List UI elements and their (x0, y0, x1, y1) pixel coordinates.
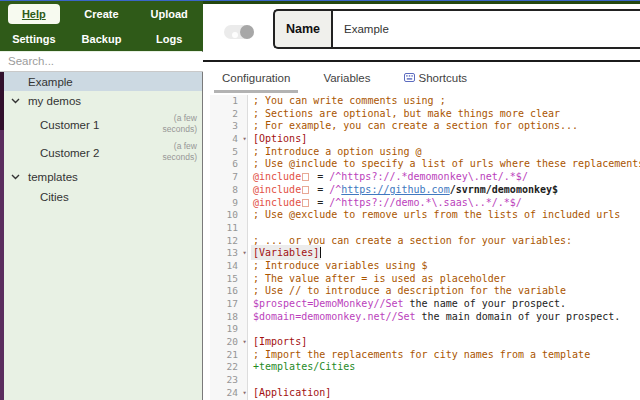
chevron-down-icon[interactable] (11, 174, 20, 180)
main-panel: Name ConfigurationVariablesShortcuts 1; … (203, 0, 640, 400)
code-token: [Variables] (253, 247, 319, 258)
line-number: 24 (210, 387, 240, 400)
code-token: the main domain of your prospect. (416, 311, 621, 322)
tab-configuration[interactable]: Configuration (220, 66, 292, 93)
code-token: ; Introduce variables using $ (253, 260, 428, 271)
fold-gutter (240, 108, 249, 121)
code-token: $prospect=DemoMonkey//Set (253, 298, 404, 309)
tree-item-label: Cities (0, 191, 69, 203)
enable-toggle-knob[interactable] (240, 25, 254, 39)
line-number: 7 (210, 171, 240, 184)
last-modified-badge: (a fewseconds) (163, 141, 198, 163)
sidebar: Examplemy demosCustomer 1(a fewseconds)C… (0, 51, 203, 400)
code-line: 24▾[Application] (210, 387, 640, 400)
code-token: ; Introduce a option using @ (253, 146, 422, 157)
last-modified-badge: (a fewseconds) (163, 113, 198, 135)
code-token: /^https?://.*demomonkey\.net/.*$/ (329, 171, 528, 182)
tab-variables[interactable]: Variables (321, 66, 372, 93)
fold-gutter (240, 95, 249, 108)
fold-gutter (240, 298, 249, 311)
line-number: 20 (210, 336, 240, 349)
fold-marker-icon[interactable]: ▾ (240, 387, 249, 400)
tab-bar: ConfigurationVariablesShortcuts (203, 64, 640, 94)
code-text: ; ... or you can create a section for yo… (249, 235, 572, 248)
nav-button-logs[interactable]: Logs (146, 29, 192, 49)
line-number: 15 (210, 273, 240, 286)
name-input[interactable] (331, 9, 640, 49)
fold-gutter (240, 323, 249, 336)
code-text: $prospect=DemoMonkey//Set the name of yo… (249, 298, 566, 311)
code-line: 10; Use @exclude to remove urls from the… (210, 209, 640, 222)
line-number: 16 (210, 285, 240, 298)
fold-marker-icon[interactable]: ▾ (240, 336, 249, 349)
nav-button-settings[interactable]: Settings (2, 29, 65, 49)
code-line: 11 (210, 222, 640, 235)
code-text: [Application] (249, 387, 331, 400)
tree-item-customer-2[interactable]: Customer 2(a fewseconds) (0, 139, 202, 167)
code-line: 21; Import the replacements for city nam… (210, 349, 640, 362)
code-editor[interactable]: 1; You can write comments using ;2; Sect… (210, 95, 640, 400)
fold-gutter (240, 158, 249, 171)
line-number: 21 (210, 349, 240, 362)
chevron-down-icon[interactable] (11, 98, 20, 104)
code-token: [Imports] (253, 336, 307, 347)
nav-button-upload[interactable]: Upload (141, 4, 198, 24)
code-text: [Options] (249, 133, 307, 146)
fold-gutter (240, 311, 249, 324)
code-text: ; Introduce variables using $ (249, 260, 428, 273)
nav-button-help[interactable]: Help (8, 4, 60, 24)
code-line: 17$prospect=DemoMonkey//Set the name of … (210, 298, 640, 311)
tree-item-customer-1[interactable]: Customer 1(a fewseconds) (0, 111, 202, 139)
code-line: 14; Introduce variables using $ (210, 260, 640, 273)
line-number: 22 (210, 361, 240, 374)
fold-gutter (240, 260, 249, 273)
code-text: ; For example, you can create a section … (249, 120, 578, 133)
sidebar-scrollbar-thumb[interactable] (0, 72, 4, 130)
array-option-box-icon (302, 186, 309, 194)
sidebar-scrollbar[interactable] (0, 72, 4, 400)
fold-marker-icon[interactable]: ▾ (240, 247, 249, 260)
fold-gutter (240, 209, 249, 222)
line-number: 14 (210, 260, 240, 273)
code-token: ; ... or you can create a section for yo… (253, 235, 572, 246)
code-token: /^ (329, 184, 341, 195)
array-option-box-icon (302, 173, 309, 181)
fold-marker-icon[interactable]: ▾ (240, 133, 249, 146)
code-token: ; Use // to introduce a description for … (253, 285, 566, 296)
line-number: 11 (210, 222, 240, 235)
tab-label: Variables (323, 72, 370, 84)
fold-gutter (240, 273, 249, 286)
tree-item-label: Example (0, 76, 73, 88)
line-number: 8 (210, 184, 240, 197)
fold-gutter (240, 184, 249, 197)
fold-gutter (240, 374, 249, 387)
tree-item-label: Customer 2 (0, 147, 99, 159)
code-text: +templates/Cities (249, 361, 355, 374)
line-number: 1 (210, 95, 240, 108)
line-number: 19 (210, 323, 240, 336)
fold-gutter (240, 120, 249, 133)
tree-item-templates[interactable]: templates (0, 167, 202, 187)
line-number: 18 (210, 311, 240, 324)
tree-item-my-demos[interactable]: my demos (0, 91, 202, 111)
fold-gutter (240, 197, 249, 210)
code-text: ; Introduce a option using @ (249, 146, 422, 159)
code-text: [Imports] (249, 336, 307, 349)
code-token: @include (253, 184, 301, 195)
line-number: 17 (210, 298, 240, 311)
code-line: 22+templates/Cities (210, 361, 640, 374)
code-token: /svrnm/demomonkey$ (450, 184, 558, 195)
url-link[interactable]: https://github.com (341, 184, 449, 195)
search-input[interactable] (0, 52, 203, 72)
tree-item-example[interactable]: Example (0, 72, 202, 91)
tree-item-cities[interactable]: Cities (0, 187, 202, 206)
line-number: 2 (210, 108, 240, 121)
array-option-box-icon (302, 199, 309, 207)
configuration-header: Name (203, 4, 640, 62)
nav-button-create[interactable]: Create (74, 4, 128, 24)
line-number: 13 (210, 247, 240, 260)
tab-shortcuts[interactable]: Shortcuts (402, 66, 470, 93)
fold-gutter (240, 171, 249, 184)
enable-toggle[interactable] (224, 25, 254, 39)
nav-button-backup[interactable]: Backup (72, 29, 132, 49)
